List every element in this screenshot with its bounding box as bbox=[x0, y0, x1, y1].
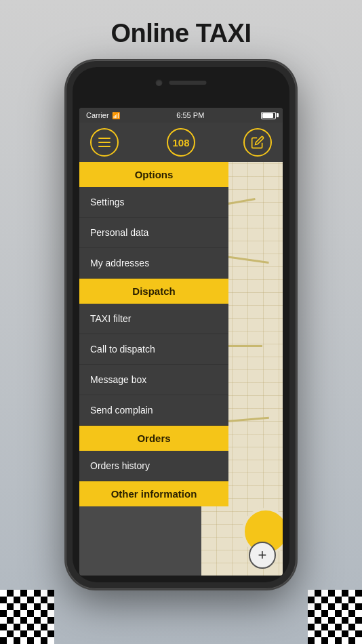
other-information-section-header: Other information bbox=[79, 481, 228, 506]
wifi-icon: 📶 bbox=[112, 112, 120, 119]
camera-dot bbox=[156, 79, 163, 86]
status-time: 6:55 PM bbox=[176, 111, 204, 119]
orders-section-header: Orders bbox=[79, 426, 228, 451]
status-bar: Carrier 📶 6:55 PM bbox=[79, 108, 283, 123]
checker-bottom-right bbox=[308, 590, 362, 644]
menu-item-orders-history[interactable]: Orders history bbox=[79, 451, 228, 481]
edit-button[interactable] bbox=[243, 128, 272, 157]
action-bar: 108 bbox=[79, 123, 283, 162]
speaker-grille bbox=[169, 81, 207, 85]
menu-item-settings[interactable]: Settings bbox=[79, 187, 228, 218]
menu-item-message-box[interactable]: Message box bbox=[79, 365, 228, 395]
hamburger-line-1 bbox=[98, 138, 110, 139]
page-title: Online TAXI bbox=[110, 19, 251, 48]
badge-number: 108 bbox=[172, 137, 189, 148]
hamburger-line-2 bbox=[98, 142, 110, 143]
options-section-header: Options bbox=[79, 162, 228, 187]
phone-screen: Carrier 📶 6:55 PM bbox=[79, 108, 283, 576]
carrier-label: Carrier bbox=[86, 111, 109, 119]
menu-item-personal-data[interactable]: Personal data bbox=[79, 218, 228, 248]
phone-inner: Carrier 📶 6:55 PM bbox=[73, 67, 289, 582]
hamburger-line-3 bbox=[98, 146, 110, 147]
status-left: Carrier 📶 bbox=[86, 111, 120, 119]
badge-button[interactable]: 108 bbox=[167, 128, 195, 157]
pencil-svg-icon bbox=[251, 136, 264, 149]
dispatch-section-header: Dispatch bbox=[79, 279, 228, 304]
battery-indicator bbox=[261, 112, 276, 119]
menu-item-call-dispatch[interactable]: Call to dispatch bbox=[79, 334, 228, 365]
menu-button[interactable] bbox=[90, 128, 119, 157]
phone-frame: Carrier 📶 6:55 PM bbox=[66, 60, 296, 589]
checker-bottom-left bbox=[0, 590, 54, 644]
hamburger-icon bbox=[98, 138, 110, 147]
camera-area bbox=[156, 79, 207, 86]
menu-item-send-complain[interactable]: Send complain bbox=[79, 395, 228, 426]
map-plus-button[interactable]: + bbox=[249, 542, 276, 569]
menu-overlay: Options Settings Personal data My addres… bbox=[79, 162, 228, 576]
menu-item-my-addresses[interactable]: My addresses bbox=[79, 248, 228, 279]
menu-item-taxi-filter[interactable]: TAXI filter bbox=[79, 304, 228, 334]
